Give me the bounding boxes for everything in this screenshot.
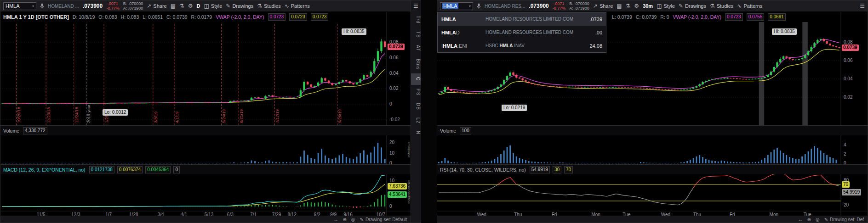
svg-text:10/7: 10/7 [377, 212, 386, 216]
drawings-button[interactable]: ✎Drawings [679, 3, 706, 9]
chevron-down-icon[interactable]: ▾ [32, 4, 34, 8]
side-tab-db[interactable]: DB [411, 99, 421, 114]
patterns-icon: ∿ [737, 3, 742, 9]
svg-text:6/3: 6/3 [227, 212, 234, 216]
studies-button[interactable]: ⚗Studies [257, 3, 280, 9]
svg-text:5/24/19: 5/24/19 [222, 109, 226, 123]
side-tab-news[interactable]: N [411, 127, 421, 138]
svg-text:0.04: 0.04 [844, 76, 853, 81]
svg-text:9/2: 9/2 [314, 212, 320, 216]
style-button[interactable]: ◫Style [657, 3, 675, 9]
company-name: HOMELAND ... [48, 4, 79, 9]
svg-text:0.06: 0.06 [844, 58, 853, 63]
snapshot-icon[interactable]: ▤ [171, 3, 176, 9]
studies-button[interactable]: ⚗Studies [710, 3, 733, 9]
menu-icon[interactable]: ☰ [413, 0, 418, 12]
right-chart-area[interactable]: 0.080.060.040.024208020WedThuFriMonTueWe… [437, 12, 868, 216]
share-button[interactable]: ↗Share [593, 3, 613, 9]
svg-text:0: 0 [389, 101, 392, 106]
chevron-down-icon[interactable]: ▾ [469, 4, 471, 8]
rsi-study-label: RSI (14, 70, 30, CLOSE, WILDERS, no) [440, 167, 526, 173]
svg-text:0.02: 0.02 [844, 95, 853, 100]
svg-text:Tue: Tue [804, 212, 811, 216]
side-tab-at[interactable]: AT [411, 41, 421, 55]
gear-icon[interactable]: ⚙ [188, 3, 193, 9]
svg-text:Thu: Thu [514, 212, 522, 216]
mic-icon[interactable] [40, 3, 44, 9]
side-tab-ts[interactable]: TS [411, 28, 421, 42]
price-chart-canvas[interactable]: 0.080.060.040.020-0.0210/29/1811/23/1812… [0, 12, 411, 216]
svg-text:Tue: Tue [622, 212, 630, 216]
side-tab-btns[interactable]: Btns [411, 55, 421, 73]
symbol-suggestion[interactable]: HMLA HOMELAND RESOURCES LIMITED COM .073… [438, 12, 606, 26]
side-tab-charts[interactable]: C [411, 73, 421, 84]
zoom-icon[interactable]: ⊕ [807, 217, 811, 222]
drawings-button[interactable]: ✎Drawings [226, 3, 253, 9]
mic-icon[interactable] [477, 3, 481, 9]
bid-ask: B: .070000A: .073900 [123, 1, 143, 11]
svg-text:10: 10 [389, 178, 395, 183]
drawing-set-selector[interactable]: ✎ Drawing set: Def [824, 217, 864, 222]
timeframe-button[interactable]: D [197, 3, 200, 9]
target-icon[interactable]: ◎ [351, 217, 355, 222]
symbol-suggestion[interactable]: HMLAD HOMELAND RESOURCES LIMITED COM .00 [438, 26, 606, 39]
symbol-input[interactable]: HMLA ▾ [440, 2, 473, 10]
svg-text:12/3: 12/3 [71, 212, 80, 216]
lo-label: Lo: 0.0219 [502, 105, 527, 111]
symbol-suggestion[interactable]: IHMLA:ENI HSBC HMLA INAV 24.08 [438, 39, 606, 52]
drawing-set-selector[interactable]: ✎ Drawing set: Default [360, 217, 407, 222]
hi-label: Hi: 0.0835 [342, 28, 366, 35]
symbol-input[interactable]: HMLA ▾ [3, 2, 36, 10]
side-tab-l2[interactable]: L2 [411, 114, 421, 127]
svg-text:1/7: 1/7 [105, 212, 112, 216]
patterns-button[interactable]: ∿Patterns [737, 3, 762, 9]
side-tab-ps[interactable]: PS [411, 85, 421, 99]
svg-text:0.08: 0.08 [844, 39, 853, 45]
pencil-icon: ✎ [226, 3, 230, 9]
rsi-value-badge: 54.9919 [842, 189, 861, 195]
left-chart-area[interactable]: 0.080.060.040.020-0.0210/29/1811/23/1812… [0, 12, 411, 216]
chart-title: HMLA 1 Y 1D [OTC OTHER] [3, 14, 69, 20]
chart-status-header: HMLA 1 Y 1D [OTC OTHER] D: 10/8/19 O: 0.… [3, 13, 328, 21]
svg-text:6/21/19: 6/21/19 [239, 109, 244, 123]
lo-label: Lo: 0.0012 [103, 109, 128, 116]
svg-text:7/1: 7/1 [250, 212, 257, 216]
macd-pane-header: MACD (12, 26, 9, EXPONENTIAL, no) 0.0121… [0, 164, 411, 174]
pan-icon[interactable]: ↔ [333, 217, 338, 222]
macd-study-label: MACD (12, 26, 9, EXPONENTIAL, no) [3, 167, 86, 173]
svg-text:3/4: 3/4 [158, 212, 164, 216]
flask-icon: ⚗ [710, 3, 715, 9]
svg-text:7/17/19: 7/17/19 [275, 109, 280, 123]
macd-diff-badge: 4.53641 [388, 191, 407, 198]
svg-text:<millions>: <millions> [407, 141, 411, 158]
timeframe-button[interactable]: 30m [643, 3, 653, 9]
svg-text:3/8/19: 3/8/19 [154, 112, 158, 123]
share-button[interactable]: ↗Share [147, 3, 166, 9]
flask-icon[interactable]: ⚗ [179, 3, 184, 9]
rsi-overbought-badge: 70 [842, 181, 850, 188]
style-button[interactable]: ◫Style [204, 3, 223, 9]
svg-text:5/13: 5/13 [205, 212, 214, 216]
gear-icon[interactable]: ⚙ [634, 3, 639, 9]
vwap-study-label: VWAP (-2.0, 2.0, DAY) [673, 14, 721, 20]
volume-value: 100 [460, 127, 471, 134]
price-change: -.0071-8.77% [553, 1, 566, 11]
side-tab-trd[interactable]: Trd [411, 12, 421, 28]
macd-avg-badge: 7.63736 [388, 183, 407, 190]
zoom-icon[interactable]: ⊕ [343, 217, 346, 222]
menu-icon[interactable]: ☰ [860, 3, 865, 9]
svg-text:0.02: 0.02 [389, 86, 399, 91]
svg-text:20: 20 [844, 202, 849, 207]
left-statusbar: ↔ ⊕ ◎ ✎ Drawing set: Default [0, 216, 411, 223]
share-icon: ↗ [593, 3, 598, 9]
patterns-button[interactable]: ∿Patterns [285, 3, 310, 9]
symbol-text: HMLA [6, 3, 20, 9]
svg-text:Wed: Wed [661, 212, 670, 216]
svg-text:Mon: Mon [770, 212, 778, 216]
target-icon[interactable]: ◎ [816, 217, 820, 222]
style-icon: ◫ [204, 3, 209, 9]
svg-text:Wed: Wed [477, 212, 486, 216]
snapshot-icon[interactable]: ▤ [617, 3, 622, 9]
pan-icon[interactable]: ↔ [798, 217, 803, 222]
flask-icon[interactable]: ⚗ [626, 3, 631, 9]
